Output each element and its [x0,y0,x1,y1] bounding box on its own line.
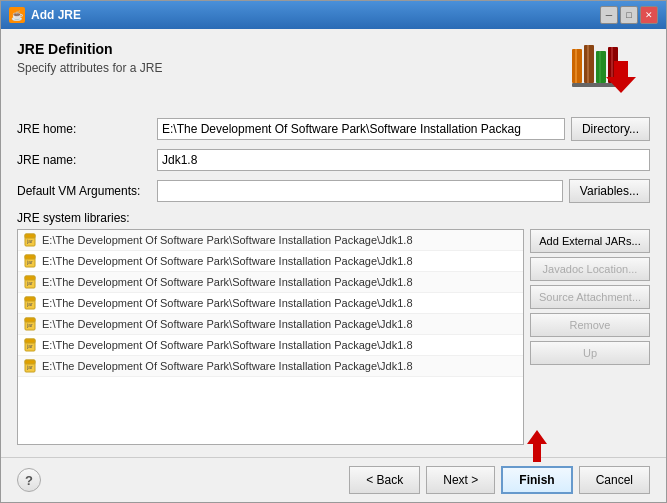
finish-wrapper: Finish [501,466,572,494]
directory-button[interactable]: Directory... [571,117,650,141]
jar-icon: jar [22,358,38,374]
svg-text:jar: jar [26,301,33,307]
jar-icon: jar [22,316,38,332]
minimize-button[interactable]: ─ [600,6,618,24]
svg-text:jar: jar [26,343,33,349]
jre-name-label: JRE name: [17,153,157,167]
svg-text:jar: jar [26,259,33,265]
jar-icon: jar [22,337,38,353]
libraries-section: jar E:\The Development Of Software Park\… [17,229,650,445]
lib-path: E:\The Development Of Software Park\Soft… [42,276,413,288]
cancel-button[interactable]: Cancel [579,466,650,494]
header-section: JRE Definition Specify attributes for a … [17,41,650,101]
header-text: JRE Definition Specify attributes for a … [17,41,162,75]
title-bar-left: ☕ Add JRE [9,7,81,23]
vm-args-input[interactable] [157,180,563,202]
window-title: Add JRE [31,8,81,22]
list-item[interactable]: jar E:\The Development Of Software Park\… [18,251,523,272]
title-controls: ─ □ ✕ [600,6,658,24]
vm-args-row: Default VM Arguments: Variables... [17,179,650,203]
main-window: ☕ Add JRE ─ □ ✕ JRE Definition Specify a… [0,0,667,503]
books-icon [570,41,642,101]
jar-icon: jar [22,253,38,269]
side-buttons-panel: Add External JARs... Javadoc Location...… [530,229,650,445]
vm-args-label: Default VM Arguments: [17,184,157,198]
list-item[interactable]: jar E:\The Development Of Software Park\… [18,335,523,356]
up-button[interactable]: Up [530,341,650,365]
libraries-label: JRE system libraries: [17,211,650,225]
back-button[interactable]: < Back [349,466,420,494]
bottom-right: < Back Next > Finish Cancel [349,466,650,494]
window-icon: ☕ [9,7,25,23]
lib-path: E:\The Development Of Software Park\Soft… [42,318,413,330]
svg-rect-2 [596,51,606,83]
lib-path: E:\The Development Of Software Park\Soft… [42,297,413,309]
close-button[interactable]: ✕ [640,6,658,24]
dialog-title: JRE Definition [17,41,162,57]
dialog-subtitle: Specify attributes for a JRE [17,61,162,75]
svg-rect-1 [584,45,594,83]
title-bar: ☕ Add JRE ─ □ ✕ [1,1,666,29]
svg-rect-4 [572,83,618,87]
maximize-button[interactable]: □ [620,6,638,24]
next-button[interactable]: Next > [426,466,495,494]
finish-button[interactable]: Finish [501,466,572,494]
help-button[interactable]: ? [17,468,41,492]
remove-button[interactable]: Remove [530,313,650,337]
jar-icon: jar [22,295,38,311]
jar-icon: jar [22,274,38,290]
jre-home-label: JRE home: [17,122,157,136]
content-area: JRE Definition Specify attributes for a … [1,29,666,457]
list-item[interactable]: jar E:\The Development Of Software Park\… [18,293,523,314]
finish-arrow-icon [519,428,555,464]
list-item[interactable]: jar E:\The Development Of Software Park\… [18,272,523,293]
svg-rect-0 [572,49,582,83]
bottom-bar: ? < Back Next > Finish Cancel [1,457,666,502]
jre-name-input[interactable] [157,149,650,171]
lib-path: E:\The Development Of Software Park\Soft… [42,234,413,246]
jar-icon: jar [22,232,38,248]
lib-path: E:\The Development Of Software Park\Soft… [42,360,413,372]
jre-home-row: JRE home: Directory... [17,117,650,141]
source-attachment-button[interactable]: Source Attachment... [530,285,650,309]
jre-name-row: JRE name: [17,149,650,171]
list-item[interactable]: jar E:\The Development Of Software Park\… [18,230,523,251]
bottom-left: ? [17,468,41,492]
list-item[interactable]: jar E:\The Development Of Software Park\… [18,356,523,377]
jre-home-input[interactable] [157,118,565,140]
list-item[interactable]: jar E:\The Development Of Software Park\… [18,314,523,335]
add-external-jars-button[interactable]: Add External JARs... [530,229,650,253]
header-icon-area [570,41,642,101]
libraries-list[interactable]: jar E:\The Development Of Software Park\… [17,229,524,445]
svg-text:jar: jar [26,322,33,328]
lib-path: E:\The Development Of Software Park\Soft… [42,255,413,267]
javadoc-location-button[interactable]: Javadoc Location... [530,257,650,281]
svg-text:jar: jar [26,280,33,286]
svg-marker-31 [527,430,547,462]
lib-path: E:\The Development Of Software Park\Soft… [42,339,413,351]
variables-button[interactable]: Variables... [569,179,650,203]
svg-text:jar: jar [26,364,33,370]
svg-text:jar: jar [26,238,33,244]
